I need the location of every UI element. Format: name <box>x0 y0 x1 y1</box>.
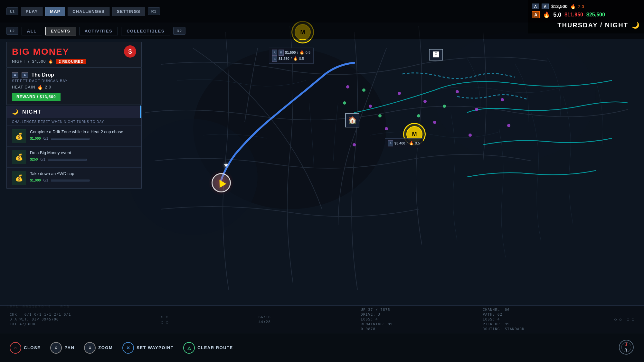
info-chk: CHK - 0/1 0/1 1/1 2/1 0/1 <box>10 312 71 317</box>
challenge-progress-3: $1,000 0/1 <box>30 178 136 183</box>
hud-right-icon <box>618 339 634 357</box>
waypoint-button[interactable]: ✕ <box>122 342 134 354</box>
info-money-2: $1,250 <box>279 56 289 62</box>
zoom-button[interactable]: ⊙ <box>84 342 96 354</box>
info-heat-icon-2: 🔥 <box>293 56 298 62</box>
control-clear-route[interactable]: △ CLEAR ROUTE <box>183 342 233 354</box>
challenges-button[interactable]: CHALLENGES <box>68 7 109 16</box>
info2-badge-a: A <box>388 140 393 146</box>
control-waypoint[interactable]: ✕ SET WAYPOINT <box>122 342 174 354</box>
info-up: UP 37 / 7875 <box>361 308 393 312</box>
event-header: $ BIG MONEY NIGHT / $4,500 🔥 2 REQUIRED <box>6 42 142 68</box>
heat-icon: 🔥 <box>37 85 43 90</box>
info-heat-icon-1: 🔥 <box>299 50 304 56</box>
info-money-1: $1,500 <box>285 50 296 56</box>
info-right-circles: ○ ○ ○ ○ <box>614 317 634 321</box>
info-circles-bottom: ○ ○ <box>161 320 168 324</box>
info2-heat-val: 0.5 <box>415 141 420 146</box>
control-pan[interactable]: ⊙ PAN <box>50 342 74 354</box>
challenge-item-2: 💰 Do a Big Money event $250 0/1 <box>7 146 141 167</box>
challenge-progress-1: $1,000 0/1 <box>30 136 136 141</box>
filter-all[interactable]: ALL <box>22 27 42 35</box>
rank-badge-2: A <box>22 72 28 78</box>
challenge-icon-3: 💰 <box>12 171 26 185</box>
map-info-box-2: A $3,400 / 🔥 0.5 <box>385 138 423 148</box>
day-time-text: THURSDAY / NIGHT <box>557 22 628 29</box>
svg-point-15 <box>353 143 356 146</box>
info-heat-val-1: 0.5 <box>306 50 310 56</box>
night-moon-icon: 🌙 <box>12 109 19 115</box>
challenge-reward-3: $1,000 <box>30 178 41 183</box>
info-right-stats: UP 37 / 7875 DRIVE: J LOSS: 4 REMAINING:… <box>361 308 393 331</box>
event-cash: $4,500 <box>32 59 46 64</box>
day-time-display: THURSDAY / NIGHT 🌙 <box>532 19 640 31</box>
info-center: ○ ○ ○ ○ <box>161 315 168 324</box>
r2-button[interactable]: R2 <box>173 27 185 35</box>
event-title: BIG MONEY <box>12 47 136 57</box>
event-required: 2 REQUIRED <box>56 59 86 64</box>
challenge-reward-2: $250 <box>30 157 38 162</box>
challenge-text-2: Do a Big Money event $250 0/1 <box>30 150 136 162</box>
night-section: 🌙 NIGHT CHALLENGES RESET WHEN NIGHT TURN… <box>6 106 142 189</box>
filter-activities[interactable]: ACTIVITIES <box>79 27 118 35</box>
filter-collectibles[interactable]: COLLECTIBLES <box>121 27 170 35</box>
moon-icon: 🌙 <box>631 21 640 29</box>
control-zoom[interactable]: ⊙ ZOOM <box>84 342 113 354</box>
challenge-reward-1: $1,000 <box>30 136 41 141</box>
svg-point-12 <box>469 134 472 137</box>
l2-button[interactable]: L2 <box>6 27 18 35</box>
l1-button[interactable]: L1 <box>6 7 18 15</box>
event-subtitle: STREET RACE Duncan Bay <box>12 79 136 83</box>
hud-badge-b1: A <box>532 11 540 18</box>
progress-bar-bg-2 <box>48 159 87 161</box>
r1-button[interactable]: R1 <box>148 7 160 15</box>
info-channel: CHANNEL: 06 PATH: 02 LOSS: 4 PICK UP: 99… <box>483 308 525 331</box>
info-socket2: 44:28 <box>259 320 271 324</box>
progress-bar-bg-1 <box>51 138 90 140</box>
info-num: 0 9878 <box>361 327 393 331</box>
home-marker[interactable]: 🏠 <box>345 113 359 127</box>
challenge-item-1: 💰 Complete a Drift Zone while in a Heat … <box>7 125 141 146</box>
play-button[interactable]: PLAY <box>21 7 43 16</box>
challenge-item-3: 💰 Take down an AWD cop $1,000 0/1 <box>7 167 141 188</box>
compass-icon <box>618 339 634 355</box>
svg-point-2 <box>129 119 258 235</box>
zoom-label: ZOOM <box>98 345 113 350</box>
pan-label: PAN <box>64 345 74 350</box>
bottom-controls: ○ CLOSE ⊙ PAN ⊙ ZOOM ✕ SET WAYPOINT △ CL… <box>0 333 644 362</box>
reward-button[interactable]: Reward / $13,500 <box>12 93 61 101</box>
control-close[interactable]: ○ CLOSE <box>10 342 41 354</box>
info-remaining: REMAINING: 89 <box>361 322 393 326</box>
info-socket: 66:16 44:28 <box>259 315 271 324</box>
info-channel-val: CHANNEL: 06 <box>483 308 525 312</box>
event-details: A A The Drop STREET RACE Duncan Bay HEAT… <box>6 68 142 105</box>
close-button[interactable]: ○ <box>10 342 21 354</box>
info2-heat-icon: 🔥 <box>409 140 414 146</box>
filter-events[interactable]: EVENTS <box>45 27 76 35</box>
bottom-info-bar: CHK - 0/1 0/1 1/1 2/1 0/1 D A WIT, DIP 8… <box>0 305 644 333</box>
garage-marker[interactable]: 🅿 <box>429 49 443 60</box>
svg-point-6 <box>398 92 401 95</box>
info-socket1: 66:16 <box>259 315 271 319</box>
challenge-text-1: Complete a Drift Zone while in a Heat 2 … <box>30 129 136 141</box>
progress-label-2: 0/1 <box>40 157 45 162</box>
left-panel: $ BIG MONEY NIGHT / $4,500 🔥 2 REQUIRED … <box>6 42 142 189</box>
svg-point-11 <box>507 124 510 127</box>
info-badge-a: A <box>272 50 277 55</box>
svg-point-16 <box>343 101 346 105</box>
hud-badge-a2: A <box>542 4 549 9</box>
info-badge-b1: B <box>279 50 284 55</box>
map-button[interactable]: MAP <box>45 7 65 16</box>
settings-button[interactable]: SETTINGS <box>112 7 145 16</box>
night-header: 🌙 NIGHT <box>7 106 141 118</box>
heat-label: HEAT GAIN <box>12 85 35 89</box>
top-right-hud: A A $13,500 🔥 2.0 A 🔥 5.0 $11,950 $25,50… <box>528 0 644 33</box>
challenge-progress-2: $250 0/1 <box>30 157 136 162</box>
info-left: CHK - 0/1 0/1 1/1 2/1 0/1 D A WIT, DIP 8… <box>10 312 71 326</box>
challenge-icon-1: 💰 <box>12 129 26 143</box>
clear-route-button[interactable]: △ <box>183 342 195 354</box>
pan-button[interactable]: ⊙ <box>50 342 62 354</box>
svg-point-8 <box>456 90 459 93</box>
svg-point-5 <box>369 105 372 108</box>
heat-value: 2.0 <box>45 85 52 89</box>
